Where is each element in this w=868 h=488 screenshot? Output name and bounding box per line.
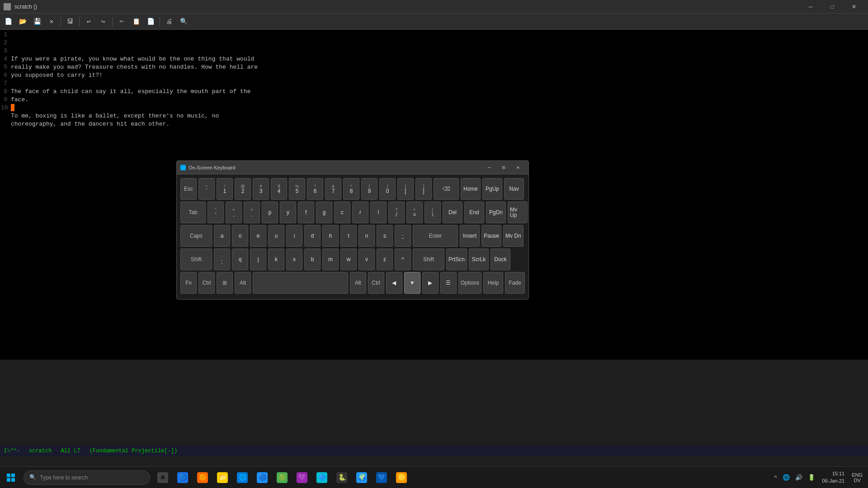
save-button[interactable]: 💾 <box>31 15 43 28</box>
key-space[interactable] <box>253 272 348 294</box>
key-esc[interactable]: Esc <box>180 178 197 200</box>
key-e[interactable]: e <box>250 225 266 247</box>
save-alt-button[interactable]: 🖫 <box>64 15 76 28</box>
search-button[interactable]: 🔍 <box>177 15 190 28</box>
key-backslash[interactable]: |\ <box>425 202 441 223</box>
key-ctrl-right[interactable]: Ctrl <box>368 272 384 294</box>
key-5[interactable]: %5 <box>289 178 305 200</box>
system-clock[interactable]: 15:11 06-Jan-21 <box>819 470 849 484</box>
taskbar-app-cortana[interactable]: 🔵 <box>174 467 192 488</box>
key-mvdn[interactable]: Mv Dn <box>503 225 524 247</box>
key-win[interactable]: ⊞ <box>217 272 233 294</box>
key-end[interactable]: End <box>464 202 484 223</box>
start-button[interactable] <box>0 467 22 488</box>
key-i[interactable]: i <box>286 225 302 247</box>
key-options[interactable]: Options <box>458 272 481 294</box>
key-rbracket[interactable]: }] <box>415 178 432 200</box>
key-g[interactable]: g <box>316 202 332 223</box>
cut-button[interactable]: ✂ <box>115 15 128 28</box>
key-w[interactable]: w <box>340 249 357 270</box>
key-a[interactable]: a <box>214 225 230 247</box>
key-8[interactable]: *8 <box>343 178 359 200</box>
key-equals[interactable]: += <box>406 202 423 223</box>
key-enter[interactable]: Enter <box>413 225 458 247</box>
key-prtscn[interactable]: PrtScn <box>446 249 467 270</box>
tray-chevron[interactable]: ^ <box>773 472 779 483</box>
key-period[interactable]: >. <box>244 202 260 223</box>
search-bar[interactable]: 🔍 Type here to search <box>24 470 150 485</box>
key-2[interactable]: @2 <box>235 178 251 200</box>
key-0[interactable]: )0 <box>379 178 396 200</box>
taskbar-app-view[interactable]: ⊞ <box>154 467 172 488</box>
key-lbracket[interactable]: {[ <box>397 178 414 200</box>
key-q[interactable]: q <box>232 249 248 270</box>
key-o[interactable]: o <box>232 225 248 247</box>
tray-network[interactable]: 🌐 <box>781 472 792 483</box>
paste-button[interactable]: 📄 <box>144 15 157 28</box>
taskbar-app-maps[interactable]: 🌍 <box>353 467 371 488</box>
new-file-button[interactable]: 📄 <box>2 15 14 28</box>
key-quote[interactable]: "' <box>208 202 224 223</box>
osk-minimize-button[interactable]: ─ <box>482 162 496 173</box>
key-backspace[interactable]: ⌫ <box>434 178 459 200</box>
osk-mode-button[interactable]: ⊡ <box>497 162 510 173</box>
tray-volume[interactable]: 🔊 <box>793 472 804 483</box>
key-6[interactable]: ^6 <box>307 178 323 200</box>
key-slash[interactable]: ?/ <box>388 202 405 223</box>
key-dock[interactable]: Dock <box>491 249 510 270</box>
key-insert[interactable]: Insert <box>460 225 480 247</box>
key-p[interactable]: p <box>262 202 278 223</box>
taskbar-app-app4[interactable]: 💙 <box>373 467 391 488</box>
key-backtick[interactable]: ~` <box>198 178 215 200</box>
key-n[interactable]: n <box>359 225 375 247</box>
key-menu[interactable]: ☰ <box>440 272 457 294</box>
taskbar-app-terminal[interactable]: 🐍 <box>333 467 351 488</box>
maximize-button[interactable]: □ <box>822 0 843 14</box>
key-semicolon[interactable]: :; <box>214 249 230 270</box>
key-alt-left[interactable]: Alt <box>235 272 251 294</box>
key-h[interactable]: h <box>322 225 339 247</box>
key-arrow-right[interactable]: ▶ <box>422 272 439 294</box>
close-file-button[interactable]: ✕ <box>45 15 58 28</box>
taskbar-app-scratch[interactable]: 🟠 <box>193 467 212 488</box>
key-ctrl-left[interactable]: Ctrl <box>198 272 215 294</box>
key-arrow-left[interactable]: ◀ <box>386 272 402 294</box>
key-t[interactable]: t <box>340 225 357 247</box>
key-arrow-down[interactable]: ▼ <box>404 272 420 294</box>
taskbar-app-edge[interactable]: 🌐 <box>233 467 251 488</box>
minimize-button[interactable]: ─ <box>800 0 821 14</box>
key-del[interactable]: Del <box>443 202 462 223</box>
key-j[interactable]: j <box>250 249 266 270</box>
key-s[interactable]: s <box>377 225 393 247</box>
key-caps[interactable]: Caps <box>180 225 212 247</box>
key-pgdn[interactable]: PgDn <box>486 202 506 223</box>
key-m[interactable]: m <box>322 249 339 270</box>
key-home[interactable]: Home <box>461 178 481 200</box>
key-c[interactable]: c <box>334 202 350 223</box>
key-nav[interactable]: Nav <box>504 178 524 200</box>
taskbar-app-app5[interactable]: 🟡 <box>392 467 410 488</box>
key-x[interactable]: x <box>286 249 302 270</box>
key-d[interactable]: d <box>304 225 321 247</box>
taskbar-app-app2[interactable]: 💜 <box>293 467 311 488</box>
taskbar-app-ie[interactable]: 🔵 <box>253 467 271 488</box>
key-shift-left[interactable]: Shift <box>180 249 212 270</box>
key-l[interactable]: l <box>370 202 387 223</box>
key-alt-right[interactable]: Alt <box>350 272 366 294</box>
key-u[interactable]: u <box>268 225 284 247</box>
key-comma[interactable]: <, <box>226 202 242 223</box>
osk-close-button[interactable]: ✕ <box>511 162 525 173</box>
key-b[interactable]: b <box>304 249 321 270</box>
key-f[interactable]: f <box>298 202 314 223</box>
key-caret[interactable]: ^ <box>395 249 411 270</box>
tray-battery[interactable]: 🔋 <box>806 472 817 483</box>
close-button[interactable]: ✕ <box>844 0 864 14</box>
key-mvup[interactable]: Mv Up <box>508 202 528 223</box>
key-y[interactable]: y <box>280 202 296 223</box>
redo-button[interactable]: ↪ <box>97 15 109 28</box>
key-scrlk[interactable]: ScrLk <box>469 249 489 270</box>
undo-button[interactable]: ↩ <box>82 15 95 28</box>
key-7[interactable]: &7 <box>325 178 341 200</box>
open-file-button[interactable]: 📂 <box>16 15 29 28</box>
taskbar-app-app1[interactable]: 🟢 <box>273 467 291 488</box>
